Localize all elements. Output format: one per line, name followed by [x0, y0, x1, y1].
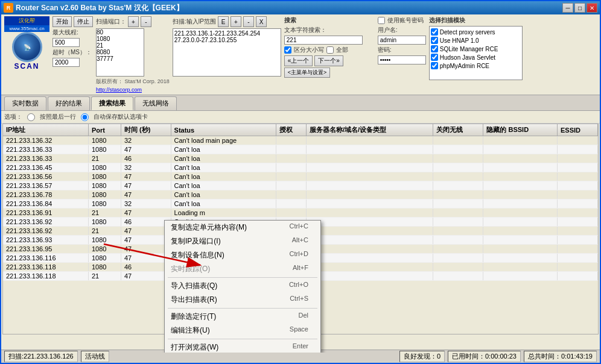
port-remove-button[interactable]: -: [141, 16, 151, 27]
module-phpmyadmin-checkbox[interactable]: [431, 62, 438, 69]
table-row[interactable]: 221.233.136.45108032Can't loa: [3, 163, 598, 172]
ctx-copy-ip[interactable]: 复制IP及端口(I) Alt+C: [165, 234, 320, 248]
table-row[interactable]: 221.233.136.56108047Can't loa: [3, 172, 598, 181]
search-input-row: [284, 36, 375, 45]
timeout-input[interactable]: [52, 58, 80, 67]
table-row[interactable]: 221.233.136.32108032Can't load main page: [3, 136, 598, 145]
ctx-delete-key: Del: [298, 312, 308, 322]
table-cell: [276, 190, 306, 199]
table-cell: [558, 136, 598, 145]
table-cell: 221.233.136.118: [3, 263, 88, 272]
ctx-copy-ip-label: 复制IP及端口(I): [171, 236, 221, 246]
tab-wireless[interactable]: 无线网络: [135, 96, 177, 110]
status-activity: 活动线: [81, 351, 109, 362]
table-cell: 47: [121, 254, 171, 263]
sort-last-radio[interactable]: [27, 113, 35, 121]
start-button[interactable]: 开始: [52, 16, 72, 27]
ctx-copy-device[interactable]: 复制设备信息(N) Ctrl+D: [165, 248, 320, 262]
tab-good[interactable]: 好的结果: [48, 96, 90, 110]
table-cell: 1080: [88, 218, 121, 227]
table-cell: 221.233.136.57: [3, 181, 88, 190]
tab-search[interactable]: 搜索结果: [91, 96, 133, 110]
module-detect-proxy-checkbox[interactable]: [431, 28, 438, 36]
case-sensitive-checkbox[interactable]: [284, 46, 291, 54]
port-item[interactable]: 37777: [97, 55, 144, 62]
port-item[interactable]: 1080: [97, 36, 144, 42]
table-cell: [433, 199, 483, 209]
table-header-row: IP地址 Port 时间 (秒) Status 授权 服务器名称/域名/设备类型…: [3, 124, 598, 136]
table-cell: [433, 190, 483, 199]
module-hudson-checkbox[interactable]: [431, 54, 438, 61]
table-cell: 21: [88, 227, 121, 236]
table-cell: [276, 154, 306, 163]
table-cell: [433, 181, 483, 190]
password-input-row: [378, 55, 426, 64]
ctx-export[interactable]: 导出扫描表(R) Ctrl+S: [165, 293, 320, 307]
tab-realtime[interactable]: 实时数据: [4, 96, 46, 110]
table-cell: [483, 254, 558, 263]
table-row[interactable]: 221.233.136.332146Can't loa: [3, 154, 598, 163]
full-match-checkbox[interactable]: [326, 46, 334, 54]
ctx-open-browser-key: Enter: [293, 342, 308, 353]
port-item[interactable]: 80: [97, 29, 144, 36]
table-cell: [306, 172, 433, 181]
search-label: 搜索: [284, 16, 296, 25]
auto-save-radio[interactable]: [81, 113, 89, 121]
ip-range-item[interactable]: 221.233.136.1-221.233.254.254: [174, 30, 279, 37]
module-item-phpmyadmin: phpMyAdmin RCE: [431, 61, 521, 70]
col-essid: ESSID: [558, 124, 598, 136]
table-row[interactable]: 221.233.136.84108032Can't loa: [3, 199, 598, 209]
main-settings-button[interactable]: <主菜单与设置>: [284, 67, 331, 78]
ctx-copy-cell[interactable]: 复制选定单元格内容(M) Ctrl+C: [165, 221, 320, 234]
ip-e-button[interactable]: E: [218, 16, 229, 27]
ctx-import[interactable]: 导入扫描表(Q) Ctrl+O: [165, 279, 320, 293]
table-cell: [483, 199, 558, 209]
status-good-found: 良好发现：0: [399, 351, 445, 362]
prev-button[interactable]: «上一个: [284, 55, 313, 66]
username-input[interactable]: [378, 36, 426, 45]
banner-line2: www.355mac.cn: [9, 26, 44, 31]
ctx-delete[interactable]: 删除选定行(T) Del: [165, 310, 320, 324]
ip-add-button[interactable]: +: [231, 16, 241, 27]
threads-input-row: [52, 38, 93, 47]
ip-remove-button[interactable]: -: [243, 16, 254, 27]
port-label: 扫描端口：: [96, 17, 126, 26]
table-cell: [306, 163, 433, 172]
table-cell: [306, 227, 433, 236]
table-row[interactable]: 221.233.136.57108047Can't loa: [3, 181, 598, 190]
ctx-separator-1: [168, 277, 317, 278]
table-cell: [433, 154, 483, 163]
modules-label: 选择扫描模块: [429, 16, 465, 25]
table-cell: [483, 163, 558, 172]
table-cell: [558, 190, 598, 199]
maximize-button[interactable]: □: [574, 3, 585, 13]
next-button[interactable]: 下一个»: [314, 55, 343, 66]
port-add-button[interactable]: +: [128, 16, 139, 27]
ip-range-label: 扫描:输入IP范围: [173, 17, 216, 26]
use-password-checkbox[interactable]: [378, 17, 385, 24]
ip-x-button[interactable]: X: [256, 16, 267, 27]
port-item[interactable]: 21: [97, 42, 144, 49]
ip-range-item[interactable]: 27.23.0.0-27.23.10.255: [174, 37, 279, 43]
table-cell: 221.233.136.95: [3, 245, 88, 254]
table-row[interactable]: 221.233.136.33108047Can't loa: [3, 145, 598, 154]
ctx-edit-comment[interactable]: 编辑注释(U) Space: [165, 324, 320, 337]
table-cell: [433, 227, 483, 236]
website-link[interactable]: http://stascorp.com: [96, 87, 142, 93]
search-input[interactable]: [284, 36, 363, 45]
minimize-button[interactable]: ─: [562, 3, 573, 13]
ctx-track[interactable]: 实时跟踪(O) Alt+F: [165, 262, 320, 276]
close-button[interactable]: ✕: [587, 3, 597, 13]
ctx-open-browser[interactable]: 打开浏览器(W) Enter: [165, 340, 320, 353]
stop-button[interactable]: 停止: [74, 16, 93, 27]
password-input[interactable]: [378, 55, 426, 64]
table-row[interactable]: 221.233.136.912147Loading m: [3, 209, 598, 218]
timeout-label: 超时（MS）：: [52, 48, 92, 57]
table-row[interactable]: 221.233.136.78108047Can't loa: [3, 190, 598, 199]
table-cell: Can't loa: [171, 181, 276, 190]
port-item[interactable]: 8080: [97, 49, 144, 55]
threads-input[interactable]: [52, 38, 80, 47]
module-sqlite-checkbox[interactable]: [431, 45, 438, 52]
module-hnap-checkbox[interactable]: [431, 37, 438, 44]
col-wireless-off: 关闭无线: [433, 124, 483, 136]
